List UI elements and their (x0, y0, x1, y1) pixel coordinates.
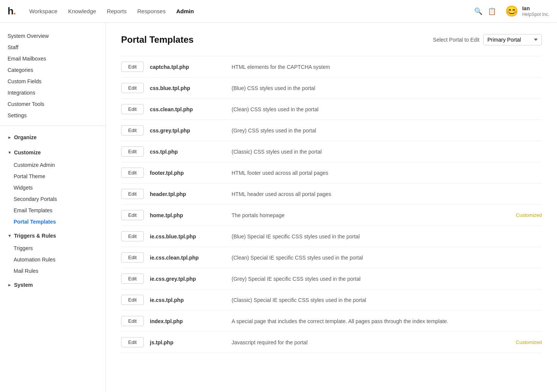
sidebar-item-mail-rules[interactable]: Mail Rules (0, 265, 106, 277)
template-description: The portals homepage (232, 212, 510, 218)
sidebar-item-categories[interactable]: Categories (0, 64, 106, 76)
chevron-right-icon: ► (8, 135, 12, 140)
template-description: (Grey) Special IE specific CSS styles us… (232, 276, 542, 282)
template-description: (Grey) CSS styles used in the portal (232, 128, 542, 134)
sidebar-section-organize[interactable]: ► Organize (0, 131, 106, 144)
clipboard-icon[interactable]: 📋 (488, 7, 496, 16)
template-row: Editcss.grey.tpl.php(Grey) CSS styles us… (121, 120, 542, 141)
sidebar-divider-1 (0, 126, 106, 126)
main-layout: System Overview Staff Email Mailboxes Ca… (0, 23, 557, 392)
sidebar-section-triggers-label: Triggers & Rules (14, 233, 56, 239)
template-description: (Clean) Special IE specific CSS styles u… (232, 255, 542, 261)
edit-button[interactable]: Edit (121, 295, 144, 305)
sidebar-section-system[interactable]: ► System (0, 278, 106, 292)
edit-button[interactable]: Edit (121, 125, 144, 135)
portal-select[interactable]: Primary Portal Secondary Portals (483, 34, 542, 45)
template-description: A special page that includes the correct… (232, 318, 542, 324)
template-description: HTML header used across all portal pages (232, 191, 542, 197)
customized-badge: Customized (516, 339, 542, 345)
template-description: HTML footer used across all portal pages (232, 170, 542, 176)
edit-button[interactable]: Edit (121, 316, 144, 326)
page-title: Portal Templates (121, 34, 194, 45)
user-area: 😊 Ian HelpSpot Inc. (505, 5, 549, 18)
sidebar-item-portal-templates[interactable]: Portal Templates (0, 216, 106, 227)
template-row: Edithome.tpl.phpThe portals homepageCust… (121, 205, 542, 226)
sidebar: System Overview Staff Email Mailboxes Ca… (0, 23, 106, 392)
template-description: (Clean) CSS styles used in the portal (232, 106, 542, 112)
template-row: Editie.css.clean.tpl.php(Clean) Special … (121, 247, 542, 268)
chevron-right-icon-2: ► (8, 283, 12, 287)
template-description: (Blue) Special IE specific CSS styles us… (232, 233, 542, 240)
sidebar-section-triggers[interactable]: ▼ Triggers & Rules (0, 229, 106, 243)
edit-button[interactable]: Edit (121, 189, 144, 199)
sidebar-item-staff[interactable]: Staff (0, 42, 106, 53)
template-row: Editcss.clean.tpl.php(Clean) CSS styles … (121, 99, 542, 120)
template-description: (Classic) CSS styles used in the portal (232, 149, 542, 155)
content-header: Portal Templates Select Portal to Edit P… (121, 34, 542, 45)
edit-button[interactable]: Edit (121, 83, 144, 93)
template-name: home.tpl.php (150, 212, 226, 218)
sidebar-item-email-templates[interactable]: Email Templates (0, 205, 106, 216)
sidebar-section-system-label: System (14, 282, 33, 288)
chevron-down-icon-2: ▼ (8, 233, 12, 238)
template-name: index.tpl.php (150, 318, 226, 324)
sidebar-item-custom-fields[interactable]: Custom Fields (0, 76, 106, 87)
edit-button[interactable]: Edit (121, 210, 144, 220)
template-row: Editindex.tpl.phpA special page that inc… (121, 311, 542, 332)
portal-select-label: Select Portal to Edit (433, 37, 479, 43)
template-row: Editie.css.blue.tpl.php(Blue) Special IE… (121, 226, 542, 247)
template-row: Editjs.tpl.phpJavascript required for th… (121, 332, 542, 353)
template-description: (Blue) CSS styles used in the portal (232, 85, 542, 91)
template-row: Editcaptcha.tpl.phpHTML elements for the… (121, 56, 542, 78)
nav-icons: 🔍 📋 😊 Ian HelpSpot Inc. (474, 5, 549, 18)
template-name: css.clean.tpl.php (150, 106, 226, 112)
edit-button[interactable]: Edit (121, 274, 144, 284)
sidebar-item-portal-theme[interactable]: Portal Theme (0, 171, 106, 182)
template-description: HTML elements for the CAPTCHA system (232, 64, 542, 70)
edit-button[interactable]: Edit (121, 146, 144, 157)
template-description: (Classic) Special IE specific CSS styles… (232, 297, 542, 303)
sidebar-section-customize[interactable]: ▼ Customize (0, 146, 106, 159)
search-icon[interactable]: 🔍 (474, 7, 482, 16)
edit-button[interactable]: Edit (121, 104, 144, 114)
user-avatar: 😊 (505, 5, 518, 17)
sidebar-item-system-overview[interactable]: System Overview (0, 30, 106, 42)
template-name: ie.css.grey.tpl.php (150, 276, 226, 282)
sidebar-item-customer-tools[interactable]: Customer Tools (0, 98, 106, 110)
user-company: HelpSpot Inc. (522, 12, 549, 18)
template-row: Editcss.blue.tpl.php(Blue) CSS styles us… (121, 78, 542, 99)
edit-button[interactable]: Edit (121, 252, 144, 263)
template-name: header.tpl.php (150, 191, 226, 197)
nav-responses[interactable]: Responses (137, 8, 166, 14)
template-row: Editie.css.grey.tpl.php(Grey) Special IE… (121, 268, 542, 289)
nav-admin[interactable]: Admin (176, 8, 194, 14)
template-name: ie.css.blue.tpl.php (150, 233, 226, 240)
sidebar-item-widgets[interactable]: Widgets (0, 182, 106, 193)
edit-button[interactable]: Edit (121, 168, 144, 178)
template-name: captcha.tpl.php (150, 64, 226, 70)
template-row: Editfooter.tpl.phpHTML footer used acros… (121, 162, 542, 184)
sidebar-item-triggers[interactable]: Triggers (0, 243, 106, 254)
sidebar-section-organize-label: Organize (14, 134, 37, 140)
template-row: Editcss.tpl.php(Classic) CSS styles used… (121, 141, 542, 162)
sidebar-item-email-mailboxes[interactable]: Email Mailboxes (0, 53, 106, 64)
edit-button[interactable]: Edit (121, 231, 144, 241)
sidebar-item-automation-rules[interactable]: Automation Rules (0, 254, 106, 265)
template-list: Editcaptcha.tpl.phpHTML elements for the… (121, 56, 542, 353)
chevron-down-icon: ▼ (8, 150, 12, 155)
sidebar-item-settings[interactable]: Settings (0, 110, 106, 121)
nav-knowledge[interactable]: Knowledge (68, 8, 96, 14)
template-name: css.grey.tpl.php (150, 128, 226, 134)
edit-button[interactable]: Edit (121, 62, 144, 72)
sidebar-item-integrations[interactable]: Integrations (0, 87, 106, 98)
template-row: Editheader.tpl.phpHTML header used acros… (121, 184, 542, 205)
sidebar-item-customize-admin[interactable]: Customize Admin (0, 159, 106, 171)
logo[interactable]: h. (8, 5, 16, 17)
nav-workspace[interactable]: Workspace (29, 8, 58, 14)
template-name: css.blue.tpl.php (150, 85, 226, 91)
nav-reports[interactable]: Reports (107, 8, 127, 14)
sidebar-item-secondary-portals[interactable]: Secondary Portals (0, 193, 106, 205)
edit-button[interactable]: Edit (121, 337, 144, 347)
template-description: Javascript required for the portal (232, 339, 510, 345)
main-content: Portal Templates Select Portal to Edit P… (106, 23, 557, 392)
